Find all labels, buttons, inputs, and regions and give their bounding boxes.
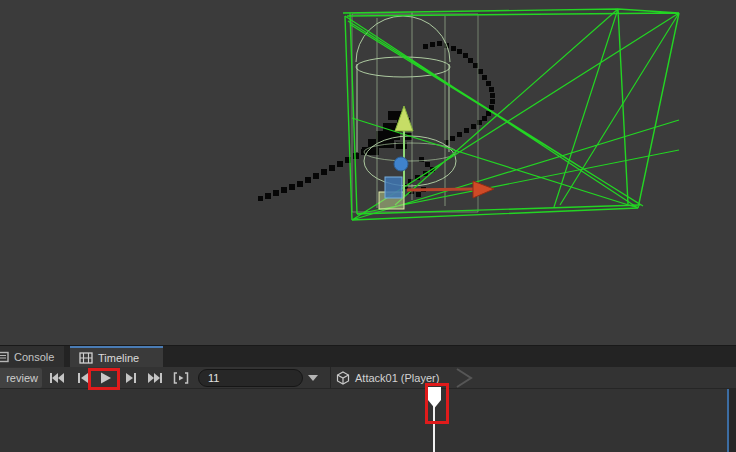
unity-editor-window: Console Timeline review — [0, 0, 736, 452]
out-of-range-dim — [729, 389, 736, 452]
tab-timeline-label: Timeline — [98, 352, 139, 364]
tab-bar: Console Timeline — [0, 346, 736, 367]
toolbar-separator — [330, 367, 331, 389]
tab-console-label: Console — [14, 351, 54, 363]
tab-timeline[interactable]: Timeline — [70, 346, 163, 367]
gizmo-z-handle[interactable] — [394, 157, 408, 171]
highlight-box-play-button — [88, 368, 120, 390]
preview-toggle-button[interactable]: review — [0, 368, 42, 388]
timeline-panel: Console Timeline review — [0, 346, 736, 452]
gizmo-xy-plane-handle[interactable] — [385, 177, 402, 198]
timeline-icon — [79, 352, 93, 364]
tab-console[interactable]: Console — [0, 346, 64, 367]
frame-number-field[interactable] — [198, 369, 303, 387]
skip-to-end-button[interactable] — [144, 370, 166, 386]
cube-icon — [336, 371, 350, 385]
breadcrumb-chevron-icon — [455, 368, 473, 388]
skip-to-start-icon — [48, 371, 66, 385]
play-range-icon — [172, 371, 190, 385]
skip-to-end-icon — [146, 371, 164, 385]
gizmo-x-axis[interactable] — [407, 189, 475, 190]
play-range-button[interactable] — [170, 370, 192, 386]
console-icon — [0, 351, 9, 363]
scene-view[interactable] — [0, 0, 736, 346]
highlight-box-playhead — [425, 383, 449, 424]
step-forward-icon — [123, 371, 139, 385]
step-forward-button[interactable] — [120, 370, 142, 386]
skip-to-start-button[interactable] — [46, 370, 68, 386]
breadcrumb[interactable]: Attack01 (Player) — [336, 367, 439, 389]
preview-label: review — [6, 372, 38, 384]
scene-background — [0, 0, 736, 346]
frame-field-dropdown-icon[interactable] — [308, 375, 318, 381]
